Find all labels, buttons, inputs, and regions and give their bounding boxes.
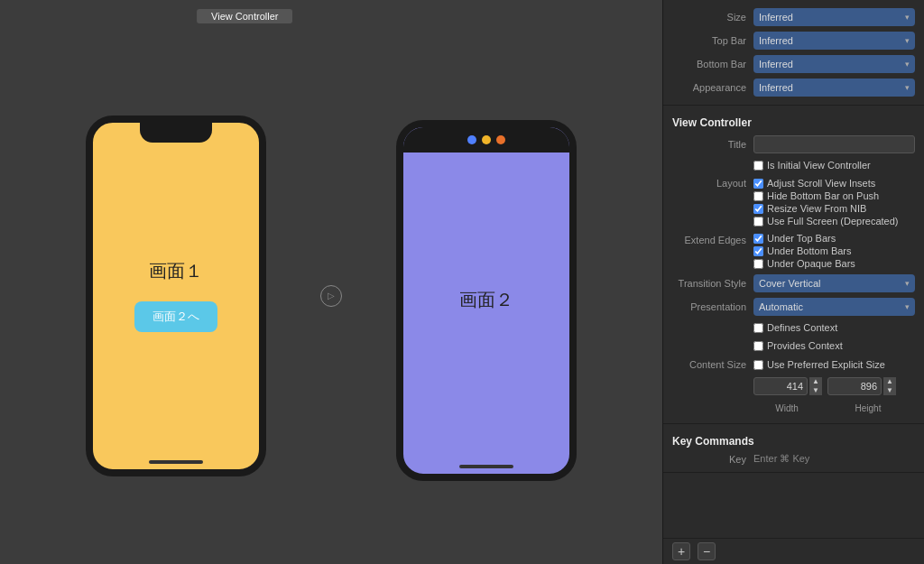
content-size-row: Content Size Use Preferred Explicit Size <box>663 355 924 374</box>
presentation-dropdown[interactable]: Automatic ▾ <box>753 298 915 316</box>
screen2-title: 画面２ <box>459 288 513 312</box>
layout-row: Layout Adjust Scroll View Insets Hide Bo… <box>663 174 924 229</box>
vc-section: View Controller Title Is Initial View Co… <box>663 106 924 424</box>
defines-context-text: Defines Context <box>767 322 837 333</box>
layout-check-2[interactable]: Resize View From NIB <box>753 203 899 214</box>
right-panel: Size Inferred ▾ Top Bar Inferred ▾ Botto… <box>662 0 924 564</box>
size-inputs: ▲ ▼ ▲ ▼ <box>753 377 896 395</box>
under-top-label: Under Top Bars <box>767 233 836 244</box>
defines-context-row: Defines Context <box>663 319 924 337</box>
full-screen-label: Use Full Screen (Deprecated) <box>767 216 899 227</box>
appearance-dropdown-arrow: ▾ <box>905 83 910 92</box>
screen1-title: 画面１ <box>149 259 203 283</box>
phone-home-bar-1 <box>149 460 203 464</box>
phone-frame-2: 画面２ <box>396 120 577 481</box>
height-input[interactable] <box>827 377 882 395</box>
dot-blue <box>467 135 476 144</box>
width-down[interactable]: ▼ <box>809 386 822 395</box>
key-row: Key Enter ⌘ Key <box>663 451 924 467</box>
dot-yellow <box>482 135 491 144</box>
under-bottom-label: Under Bottom Bars <box>767 245 852 256</box>
height-label: Height <box>835 403 901 413</box>
provides-context-checkbox[interactable] <box>753 341 763 351</box>
presentation-row: Presentation Automatic ▾ <box>663 295 924 319</box>
under-opaque-checkbox[interactable] <box>753 259 763 269</box>
top-bar-row: Top Bar Inferred ▾ <box>663 29 924 52</box>
transition-label: Transition Style <box>672 278 753 289</box>
is-initial-check[interactable]: Is Initial View Controller <box>753 160 871 171</box>
transition-arrow: ▷ <box>320 285 342 307</box>
bottom-bar-dropdown[interactable]: Inferred ▾ <box>753 55 915 73</box>
transition-row: Transition Style Cover Vertical ▾ <box>663 272 924 295</box>
under-bottom-checkbox[interactable] <box>753 246 763 256</box>
appearance-dropdown[interactable]: Inferred ▾ <box>753 79 915 97</box>
bottom-bar: + − <box>663 538 924 564</box>
height-up[interactable]: ▲ <box>883 377 896 386</box>
size-label: Size <box>672 12 753 23</box>
transition-dropdown-arrow: ▾ <box>905 279 910 288</box>
height-stepper[interactable]: ▲ ▼ <box>883 377 896 395</box>
appearance-label: Appearance <box>672 82 753 93</box>
key-commands-header: Key Commands <box>663 430 924 451</box>
layout-check-1[interactable]: Hide Bottom Bar on Push <box>753 190 899 201</box>
top-bar-dropdown[interactable]: Inferred ▾ <box>753 32 915 50</box>
wh-labels-row: Width Height <box>663 398 924 418</box>
extend-label: Extend Edges <box>672 233 753 245</box>
hide-bottom-checkbox[interactable] <box>753 191 763 201</box>
width-height-row: ▲ ▼ ▲ ▼ <box>663 374 924 398</box>
size-row-field: Size Inferred ▾ <box>663 5 924 29</box>
dot-orange <box>496 135 505 144</box>
phone-frame-1: 画面１ 画面２へ <box>86 116 266 476</box>
extend-check-1[interactable]: Under Bottom Bars <box>753 245 855 256</box>
is-initial-checkbox[interactable] <box>753 161 763 171</box>
phone-notch-1 <box>140 123 212 143</box>
extend-checks: Under Top Bars Under Bottom Bars Under O… <box>753 233 855 269</box>
canvas-area: View Controller → 画面１ 画面２へ ▷ 画面２ <box>0 0 662 564</box>
defines-context-check[interactable]: Defines Context <box>753 322 837 333</box>
width-input-group: ▲ ▼ <box>753 377 822 395</box>
key-commands-section: Key Commands Key Enter ⌘ Key <box>663 424 924 473</box>
use-preferred-check[interactable]: Use Preferred Explicit Size <box>753 359 885 370</box>
resize-nib-label: Resize View From NIB <box>767 203 866 214</box>
phone-home-bar-2 <box>459 465 513 468</box>
adjust-scroll-checkbox[interactable] <box>753 179 763 189</box>
width-up[interactable]: ▲ <box>809 377 822 386</box>
vc-section-header: View Controller <box>663 111 924 133</box>
size-dropdown-arrow: ▾ <box>905 13 910 22</box>
height-input-group: ▲ ▼ <box>827 377 896 395</box>
defines-context-checkbox[interactable] <box>753 323 763 333</box>
width-input[interactable] <box>753 377 808 395</box>
adjust-scroll-label: Adjust Scroll View Insets <box>767 178 875 189</box>
extend-check-2[interactable]: Under Opaque Bars <box>753 258 855 269</box>
provides-context-check[interactable]: Provides Context <box>753 340 843 351</box>
provides-context-row: Provides Context <box>663 337 924 355</box>
phone-content-2: 画面２ <box>403 127 569 474</box>
extend-check-0[interactable]: Under Top Bars <box>753 233 855 244</box>
layout-check-3[interactable]: Use Full Screen (Deprecated) <box>753 216 899 227</box>
hide-bottom-label: Hide Bottom Bar on Push <box>767 190 879 201</box>
height-down[interactable]: ▼ <box>883 386 896 395</box>
width-stepper[interactable]: ▲ ▼ <box>809 377 822 395</box>
title-label: Title <box>672 139 753 150</box>
size-dropdown[interactable]: Inferred ▾ <box>753 8 915 26</box>
vc-label: View Controller <box>197 9 292 23</box>
key-value: Enter ⌘ Key <box>753 453 809 465</box>
full-screen-checkbox[interactable] <box>753 217 763 227</box>
presentation-dropdown-arrow: ▾ <box>905 302 910 311</box>
bottom-bar-row: Bottom Bar Inferred ▾ <box>663 52 924 76</box>
add-button[interactable]: + <box>672 542 690 560</box>
layout-check-0[interactable]: Adjust Scroll View Insets <box>753 178 899 189</box>
phone-content-1: 画面１ 画面２へ <box>93 123 259 469</box>
panel-scroll-area[interactable]: Size Inferred ▾ Top Bar Inferred ▾ Botto… <box>663 0 924 538</box>
remove-button[interactable]: − <box>698 542 716 560</box>
nav-button[interactable]: 画面２へ <box>134 301 217 332</box>
layout-checks: Adjust Scroll View Insets Hide Bottom Ba… <box>753 178 899 227</box>
title-input[interactable] <box>753 135 915 153</box>
is-initial-text: Is Initial View Controller <box>767 160 871 171</box>
top-bar-dropdown-arrow: ▾ <box>905 36 910 45</box>
resize-nib-checkbox[interactable] <box>753 204 763 214</box>
layout-label: Layout <box>672 178 753 189</box>
transition-dropdown[interactable]: Cover Vertical ▾ <box>753 274 915 292</box>
use-preferred-checkbox[interactable] <box>753 360 763 370</box>
under-top-checkbox[interactable] <box>753 234 763 244</box>
